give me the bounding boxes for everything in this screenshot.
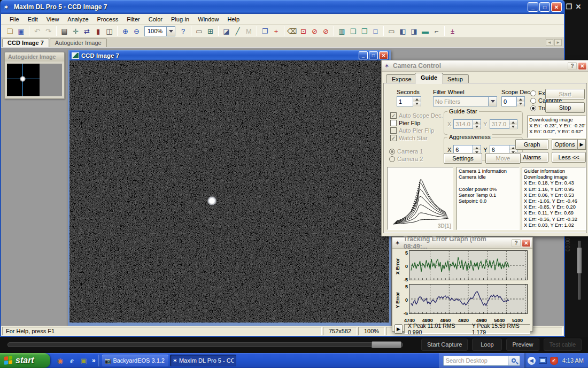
quicklaunch-globe-icon[interactable]: ◉ xyxy=(56,356,65,365)
menu-item[interactable]: Filter xyxy=(122,15,144,24)
menu-item[interactable]: Process xyxy=(93,15,123,24)
byeos-vertical-slider-thumb[interactable] xyxy=(577,248,582,273)
ccd-image-canvas[interactable] xyxy=(69,60,389,323)
filter-wheel-combo[interactable]: No Filters xyxy=(433,96,497,106)
new-buffer-icon[interactable]: □ xyxy=(370,26,381,36)
ccd-window-title-bar[interactable]: CCD Image 7 _ □ ✕ xyxy=(69,50,389,60)
quicklaunch-app-icon[interactable]: ▣ xyxy=(79,356,88,365)
redo-icon[interactable]: ↷ xyxy=(43,26,54,36)
tab-expose[interactable]: Expose xyxy=(386,74,417,84)
start-button[interactable]: start xyxy=(0,353,50,368)
zoom-level-combo[interactable]: 100% xyxy=(144,26,175,36)
copy-icon[interactable]: ❐ xyxy=(259,26,270,36)
byeos-button[interactable]: Start Capture xyxy=(421,339,468,351)
byeos-horizontal-slider-thumb[interactable] xyxy=(372,341,401,348)
no-calibrate-icon[interactable]: ⊘ xyxy=(320,26,331,36)
measure-icon[interactable]: M xyxy=(243,26,254,36)
open-file-icon[interactable]: ❏ xyxy=(4,26,16,36)
context-help-icon[interactable]: ? xyxy=(177,26,189,36)
guide-star-x-field[interactable]: 314.0 xyxy=(453,119,481,129)
scope-dec-spinner[interactable] xyxy=(516,97,524,106)
menu-item[interactable]: Edit xyxy=(24,15,42,24)
camera1-radio[interactable]: Camera 1 xyxy=(389,148,423,155)
byeos-vertical-slider[interactable] xyxy=(578,241,581,300)
byeos-button[interactable]: Test cable xyxy=(544,339,582,351)
camera2-radio[interactable]: Camera 2 xyxy=(389,156,423,162)
line-profile-icon[interactable]: ╱ xyxy=(232,26,243,36)
histogram-icon[interactable]: ◪ xyxy=(221,26,232,36)
image-properties-icon[interactable]: ◫ xyxy=(104,26,115,36)
byeos-button[interactable]: Preview xyxy=(506,339,539,351)
tracking-title-bar[interactable]: ✶ Tracking Error Graph (from 08:49:... ?… xyxy=(392,237,532,249)
zoom-combo-dropdown-icon[interactable] xyxy=(166,27,175,36)
byeos-button[interactable]: Loop xyxy=(472,339,502,351)
stretch-high-icon[interactable]: ◨ xyxy=(408,26,420,36)
byeos-horizontal-slider[interactable] xyxy=(7,342,403,347)
guide-star-box-icon[interactable]: ⊡ xyxy=(298,26,309,36)
menu-item[interactable]: Plug-in xyxy=(167,15,194,24)
autoguider-image-thumbnail[interactable] xyxy=(7,64,62,96)
cascade-windows-icon[interactable]: ❒ xyxy=(359,26,370,36)
stop-button[interactable]: Stop xyxy=(545,102,585,113)
camera-control-title-bar[interactable]: ✶ Camera Control ? ✕ xyxy=(382,60,588,72)
ccd-image-window[interactable]: CCD Image 7 _ □ ✕ xyxy=(68,50,391,326)
search-icon[interactable] xyxy=(508,356,520,366)
pixel-clean-icon[interactable]: ⌫ xyxy=(287,26,298,36)
undo-icon[interactable]: ↶ xyxy=(32,26,43,36)
maximize-button[interactable]: □ xyxy=(539,2,550,12)
ccd-maximize-button[interactable]: □ xyxy=(369,51,378,59)
menu-item[interactable]: View xyxy=(42,15,64,24)
scope-dec-field[interactable]: 0 xyxy=(501,96,525,106)
tracking-expand-icon[interactable]: ▶ xyxy=(394,324,403,334)
task-button-maxim-dl[interactable]: ✶ MaxIm DL Pro 5 - CC... xyxy=(170,355,236,366)
stretch-low-icon[interactable]: ▭ xyxy=(386,26,397,36)
menu-item[interactable]: Help xyxy=(223,15,244,24)
transfer-curve-icon[interactable]: ⌐ xyxy=(431,26,442,36)
options-button[interactable]: Options xyxy=(552,139,577,150)
star-align-icon[interactable]: ✛ xyxy=(70,26,81,36)
byeos-close-icon[interactable]: ✕ xyxy=(574,3,583,11)
tab-setup[interactable]: Setup xyxy=(442,74,469,84)
camera-control-dialog[interactable]: ✶ Camera Control ? ✕ Expose Guide Setup … xyxy=(381,60,588,236)
task-button-backyardeos[interactable]: 📷 BackyardEOS 3.1.2 - ... xyxy=(102,355,168,366)
zoom-in-icon[interactable]: ⊕ xyxy=(120,26,131,36)
tracking-help-icon[interactable]: ? xyxy=(512,239,521,247)
camera-control-window-icon[interactable]: ⊞ xyxy=(205,26,216,36)
move-button[interactable]: Move xyxy=(485,153,521,164)
tracking-close-icon[interactable]: ✕ xyxy=(522,239,531,247)
stretch-medium-icon[interactable]: ◧ xyxy=(397,26,408,36)
camera-control-close-icon[interactable]: ✕ xyxy=(578,62,587,70)
search-input[interactable] xyxy=(443,356,508,366)
filter-wheel-dropdown-icon[interactable] xyxy=(488,97,497,106)
autoguider-image-window[interactable]: Autoguider Image xyxy=(4,52,65,99)
guide-star-y-field[interactable]: 317.0 xyxy=(490,119,517,129)
graph-button[interactable]: Graph xyxy=(515,139,548,150)
tray-collapse-icon[interactable]: ◀ xyxy=(528,357,536,365)
seconds-spinner[interactable] xyxy=(413,97,421,106)
minimize-button[interactable]: _ xyxy=(528,2,538,12)
information-window-icon[interactable]: ▭ xyxy=(194,26,205,36)
tracking-error-graph-window[interactable]: ✶ Tracking Error Graph (from 08:49:... ?… xyxy=(392,237,533,332)
night-vision-icon[interactable]: ▮ xyxy=(92,26,104,36)
stretch-max-icon[interactable]: ▬ xyxy=(420,26,431,36)
no-track-icon[interactable]: ⊘ xyxy=(309,26,320,36)
security-shield-icon[interactable]: ✓ xyxy=(550,357,558,365)
ccd-close-button[interactable]: ✕ xyxy=(379,51,388,59)
save-icon[interactable]: ▣ xyxy=(16,26,27,36)
ccd-minimize-button[interactable]: _ xyxy=(359,51,368,59)
byeos-restore-icon[interactable]: ❐ xyxy=(564,3,573,11)
seconds-field[interactable]: 1 xyxy=(397,96,421,106)
auto-scope-dec-checkbox[interactable]: ✓Auto Scope Dec. xyxy=(390,112,443,119)
less-button[interactable]: Less << xyxy=(552,152,586,163)
autoguider-window-title[interactable]: Autoguider Image xyxy=(5,52,64,62)
screen-stretch-icon[interactable]: ▤ xyxy=(59,26,70,36)
options-arrow-icon[interactable]: ▶ xyxy=(577,139,586,150)
network-status-icon[interactable] xyxy=(539,357,547,364)
auto-pier-flip-checkbox[interactable]: Auto Pier Flip xyxy=(390,127,434,134)
watch-star-checkbox[interactable]: ✓Watch Star xyxy=(390,135,428,141)
close-button[interactable]: ✕ xyxy=(551,2,562,12)
tab-autoguider-image[interactable]: Autoguider Image xyxy=(50,39,107,47)
menu-item[interactable]: Color xyxy=(144,15,167,24)
zoom-out-icon[interactable]: ⊖ xyxy=(131,26,142,36)
flip-icon[interactable]: ⇄ xyxy=(81,26,92,36)
